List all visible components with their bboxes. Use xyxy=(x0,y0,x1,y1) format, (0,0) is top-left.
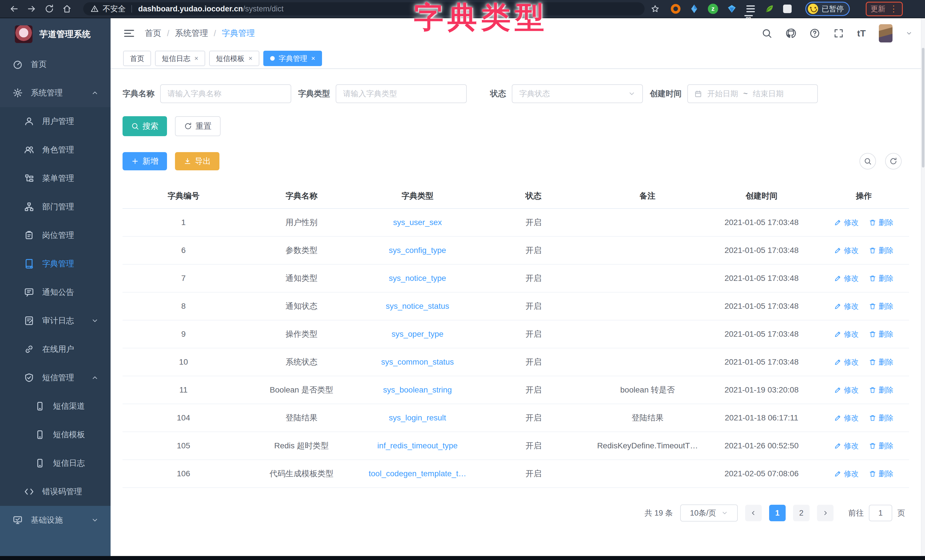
scrollbar[interactable] xyxy=(921,18,925,556)
page-size-select[interactable]: 10条/页 xyxy=(680,504,738,522)
dict-type-input[interactable] xyxy=(336,84,467,103)
delete-action[interactable]: 删除 xyxy=(869,245,893,256)
close-icon[interactable]: × xyxy=(249,54,253,62)
scrollbar-thumb[interactable] xyxy=(922,48,924,167)
dict-type-link[interactable]: inf_redis_timeout_type xyxy=(377,441,458,450)
edit-action[interactable]: 修改 xyxy=(834,441,859,451)
dict-type-link[interactable]: tool_codegen_template_t… xyxy=(369,469,466,478)
tab-home[interactable]: 首页 xyxy=(123,51,151,66)
dict-type-link[interactable]: sys_config_type xyxy=(389,246,446,254)
close-icon[interactable]: × xyxy=(311,54,315,62)
edit-action[interactable]: 修改 xyxy=(834,413,859,423)
breadcrumb-home[interactable]: 首页 xyxy=(145,28,161,39)
sidebar-item-menus[interactable]: 菜单管理 xyxy=(0,164,111,193)
dict-type-link[interactable]: sys_common_status xyxy=(381,357,453,366)
sidebar-item-system[interactable]: 系统管理 xyxy=(0,78,111,107)
sidebar-item-posts[interactable]: 岗位管理 xyxy=(0,221,111,250)
breadcrumb-section[interactable]: 系统管理 xyxy=(175,28,208,39)
status-select[interactable]: 字典状态 xyxy=(512,84,643,103)
caret-down-icon[interactable] xyxy=(905,30,913,37)
edit-action[interactable]: 修改 xyxy=(834,301,859,311)
sidebar-item-sms[interactable]: 短信管理 xyxy=(0,363,111,392)
extension-list-icon[interactable]: on xyxy=(746,4,756,14)
extensions-puzzle-icon[interactable] xyxy=(783,5,792,13)
date-range-picker[interactable]: 开始日期 ~ 结束日期 xyxy=(687,84,818,103)
address-bar[interactable]: 不安全 dashboard.yudao.iocoder.cn /system/d… xyxy=(83,2,645,15)
extension-kite-icon[interactable] xyxy=(689,4,699,14)
sidebar-item-infrastructure[interactable]: 基础设施 xyxy=(0,506,111,534)
delete-action[interactable]: 删除 xyxy=(869,329,893,339)
edit-action[interactable]: 修改 xyxy=(834,385,859,395)
export-button[interactable]: 导出 xyxy=(175,152,219,170)
delete-action[interactable]: 删除 xyxy=(869,413,893,423)
user-avatar[interactable] xyxy=(879,24,892,42)
next-page-button[interactable] xyxy=(817,505,833,521)
browser-menu-icon[interactable]: ⋮ xyxy=(889,5,898,13)
page-button-1[interactable]: 1 xyxy=(769,505,786,521)
sidebar-item-departments[interactable]: 部门管理 xyxy=(0,193,111,221)
browser-update-button[interactable]: 更新 ⋮ xyxy=(866,2,903,16)
dict-type-link[interactable]: sys_notice_type xyxy=(389,274,446,283)
sidebar-logo-row[interactable]: 芋道管理系统 xyxy=(0,18,111,50)
sidebar-item-audit-logs[interactable]: 审计日志 xyxy=(0,307,111,335)
edit-action[interactable]: 修改 xyxy=(834,469,859,479)
forward-icon[interactable] xyxy=(23,2,41,16)
sidebar-item-error-codes[interactable]: 错误码管理 xyxy=(0,477,111,506)
edit-action[interactable]: 修改 xyxy=(834,274,859,283)
sidebar-item-online-users[interactable]: 在线用户 xyxy=(0,335,111,363)
extension-orange-icon[interactable] xyxy=(671,4,681,14)
dict-type-link[interactable]: sys_login_result xyxy=(389,413,446,422)
sidebar-item-users[interactable]: 用户管理 xyxy=(0,107,111,135)
sidebar-item-dict[interactable]: 字典管理 xyxy=(0,250,111,278)
dict-type-link[interactable]: sys_oper_type xyxy=(392,330,443,339)
edit-action[interactable]: 修改 xyxy=(834,245,859,256)
tab-dict[interactable]: 字典管理× xyxy=(263,51,322,66)
delete-action[interactable]: 删除 xyxy=(869,469,893,479)
delete-action[interactable]: 删除 xyxy=(869,274,893,283)
delete-action[interactable]: 删除 xyxy=(869,301,893,311)
dict-type-link[interactable]: sys_notice_status xyxy=(386,302,449,310)
fullscreen-icon[interactable] xyxy=(833,28,844,39)
hide-search-icon[interactable] xyxy=(859,153,876,170)
edit-action[interactable]: 修改 xyxy=(834,329,859,339)
delete-action[interactable]: 删除 xyxy=(869,357,893,367)
edit-action[interactable]: 修改 xyxy=(834,357,859,367)
tab-sms-log[interactable]: 短信日志× xyxy=(155,51,205,66)
help-icon[interactable] xyxy=(809,28,820,39)
search-button[interactable]: 搜索 xyxy=(122,116,167,136)
add-button[interactable]: 新增 xyxy=(122,152,167,170)
sidebar-item-roles[interactable]: 角色管理 xyxy=(0,135,111,164)
delete-action[interactable]: 删除 xyxy=(869,218,893,227)
reset-button[interactable]: 重置 xyxy=(175,116,221,136)
collapse-menu-icon[interactable] xyxy=(123,27,135,39)
github-icon[interactable] xyxy=(785,28,796,39)
dict-name-input[interactable] xyxy=(160,84,291,103)
profile-paused-badge[interactable]: 已暂停 xyxy=(805,2,850,16)
sidebar-item-sms-template[interactable]: 短信模板 xyxy=(0,420,111,449)
bookmark-star-icon[interactable] xyxy=(651,5,660,13)
edit-action[interactable]: 修改 xyxy=(834,218,859,227)
date-start-placeholder[interactable]: 开始日期 xyxy=(707,89,738,99)
close-icon[interactable]: × xyxy=(194,54,198,62)
date-end-placeholder[interactable]: 结束日期 xyxy=(753,89,783,99)
home-icon[interactable] xyxy=(58,2,76,16)
reload-icon[interactable] xyxy=(41,2,58,16)
extension-gem-icon[interactable] xyxy=(727,4,737,14)
prev-page-button[interactable] xyxy=(745,505,762,521)
dict-type-link[interactable]: sys_user_sex xyxy=(393,218,442,227)
delete-action[interactable]: 删除 xyxy=(869,441,893,451)
dict-type-link[interactable]: sys_boolean_string xyxy=(383,385,452,394)
back-icon[interactable] xyxy=(5,2,23,16)
refresh-icon[interactable] xyxy=(885,153,902,170)
extension-leaf-icon[interactable] xyxy=(764,4,774,14)
search-icon[interactable] xyxy=(761,28,772,39)
font-size-icon[interactable]: tT xyxy=(857,28,866,39)
delete-action[interactable]: 删除 xyxy=(869,385,893,395)
sidebar-item-notices[interactable]: 通知公告 xyxy=(0,278,111,307)
sidebar-item-sms-channel[interactable]: 短信渠道 xyxy=(0,392,111,420)
tab-sms-template[interactable]: 短信模板× xyxy=(209,51,259,66)
page-button-2[interactable]: 2 xyxy=(793,505,810,521)
extension-green-icon[interactable]: z xyxy=(708,4,718,14)
sidebar-item-home[interactable]: 首页 xyxy=(0,50,111,78)
goto-page-input[interactable] xyxy=(869,505,892,521)
